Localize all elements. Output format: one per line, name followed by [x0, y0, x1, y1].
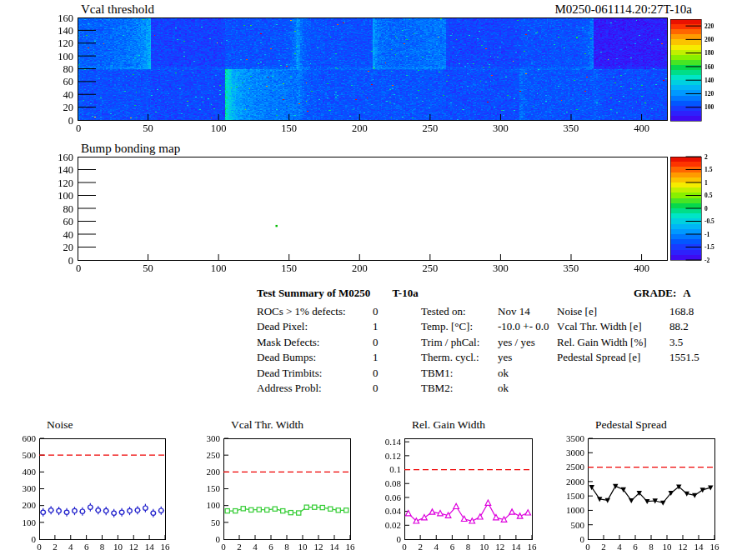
summary-row: Vcal Thr. Width [e]88.2 [557, 320, 724, 335]
summary-row-value: 1 [373, 351, 379, 364]
svg-text:160: 160 [704, 63, 714, 71]
data-point [454, 503, 459, 508]
svg-text:40: 40 [63, 89, 74, 101]
summary-row-label: Dead Trimbits: [257, 367, 322, 379]
rel-gain-plot-title: Rel. Gain Width [412, 418, 485, 432]
series-line [228, 508, 347, 513]
summary-row-value: -10.0 +- 0.0 [498, 320, 549, 333]
data-point [700, 488, 705, 492]
summary-row-value: 0 [373, 382, 379, 395]
grade-value: A [676, 287, 690, 299]
summary-row: Rel. Gain Width [%]3.5 [557, 336, 724, 351]
vcal-thr-width-chart: 0501001502002503000246810121416 [207, 433, 356, 552]
svg-text:140: 140 [704, 77, 714, 84]
data-point [143, 506, 148, 510]
svg-text:500: 500 [571, 520, 585, 530]
summary-row-label: Vcal Thr. Width [e] [557, 320, 642, 332]
data-point [461, 516, 467, 521]
svg-text:0.14: 0.14 [385, 437, 402, 447]
data-point [151, 511, 155, 515]
bump-map-axes: 0204060801001201401600501001502002503003… [58, 152, 714, 275]
bump-map-title: Bump bonding map [81, 142, 180, 156]
svg-text:10: 10 [113, 542, 123, 552]
svg-text:80: 80 [63, 203, 74, 215]
data-point [344, 508, 348, 512]
data-point [80, 509, 84, 513]
data-point [469, 518, 475, 523]
conditions-column: Tested on:Nov 14Temp. [°C]:-10.0 +- 0.0T… [421, 305, 567, 397]
data-point [429, 509, 435, 514]
svg-text:500: 500 [23, 450, 37, 460]
summary-row-label: Address Probl: [257, 382, 322, 394]
svg-text:0: 0 [216, 534, 221, 544]
svg-text:10: 10 [298, 542, 308, 552]
summary-title-module: Test Summary of M0250 [257, 287, 370, 299]
data-point [494, 515, 499, 520]
svg-text:10: 10 [663, 542, 673, 552]
summary-row-label: Rel. Gain Width [%] [557, 336, 647, 348]
svg-text:180: 180 [704, 49, 714, 57]
svg-text:0: 0 [37, 542, 42, 552]
svg-text:1500: 1500 [566, 491, 585, 501]
svg-text:350: 350 [564, 262, 579, 274]
svg-text:6: 6 [450, 542, 455, 552]
summary-row: Therm. cycl.:yes [421, 351, 567, 366]
pedestal-spread-chart: 0500100015002000250030003500024681012141… [566, 433, 719, 552]
svg-text:40: 40 [63, 229, 74, 241]
summary-row-value: yes [498, 351, 512, 364]
summary-row: TBM1:ok [421, 367, 567, 382]
svg-text:100: 100 [704, 103, 714, 111]
data-point [135, 508, 139, 512]
svg-text:2: 2 [237, 542, 242, 552]
data-point [438, 511, 444, 516]
svg-text:0: 0 [68, 115, 73, 127]
data-point [669, 491, 674, 496]
data-point [96, 508, 100, 512]
svg-text:4: 4 [253, 542, 258, 552]
summary-row-value: Nov 14 [498, 305, 530, 318]
svg-text:1: 1 [704, 179, 708, 187]
svg-text:6: 6 [268, 542, 273, 552]
pedestal-plot-title: Pedestal Spread [595, 418, 667, 432]
svg-text:2: 2 [704, 153, 708, 161]
svg-text:2: 2 [418, 542, 423, 552]
data-point [57, 508, 61, 512]
svg-text:3000: 3000 [566, 448, 585, 458]
summary-row-label: Dead Pixel: [257, 320, 308, 332]
svg-text:50: 50 [143, 262, 153, 274]
svg-text:200: 200 [23, 500, 37, 510]
svg-text:8: 8 [284, 542, 289, 552]
summary-row: Dead Bumps:1 [257, 351, 403, 366]
noise-plot-title: Noise [47, 418, 73, 432]
data-point [660, 501, 665, 506]
svg-text:14: 14 [330, 542, 340, 552]
svg-text:200: 200 [704, 36, 714, 43]
summary-row-label: Trim / phCal: [421, 336, 479, 348]
data-point [525, 510, 531, 515]
summary-row: Noise [e]168.8 [557, 305, 724, 320]
svg-text:100: 100 [211, 262, 227, 274]
svg-text:150: 150 [281, 262, 297, 274]
svg-text:50: 50 [211, 518, 221, 528]
summary-row-value: 1 [373, 320, 379, 333]
svg-text:12: 12 [679, 542, 688, 552]
data-point [41, 510, 45, 514]
svg-text:2500: 2500 [566, 462, 585, 472]
data-point [405, 511, 411, 516]
summary-row-label: Dead Bumps: [257, 351, 316, 363]
summary-row-value: ok [498, 367, 509, 380]
svg-text:100: 100 [58, 51, 73, 62]
svg-text:16: 16 [161, 542, 171, 552]
data-point [112, 511, 116, 515]
summary-row-label: Mask Defects: [257, 336, 319, 348]
svg-text:120: 120 [58, 38, 73, 49]
data-point [509, 509, 515, 514]
svg-text:14: 14 [145, 542, 155, 552]
svg-text:150: 150 [281, 122, 297, 134]
summary-row-value: 0 [373, 367, 379, 380]
svg-text:6: 6 [633, 542, 638, 552]
data-point [597, 497, 602, 502]
data-point [313, 505, 317, 509]
vcal-map-title: Vcal threshold [81, 2, 154, 17]
data-point [328, 507, 333, 511]
